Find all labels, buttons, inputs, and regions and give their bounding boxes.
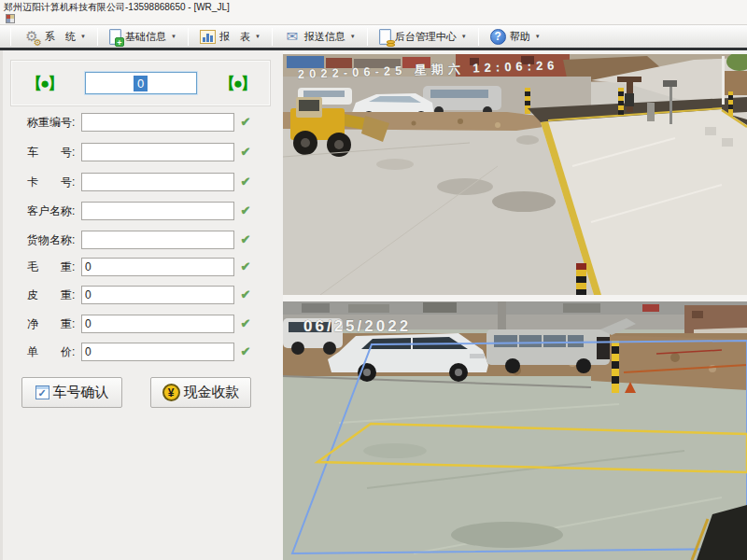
form-row-unit-price: 单 价: ✔ [3,343,286,362]
report-icon [200,30,216,44]
chevron-down-icon: ▼ [255,34,261,39]
toolbar-item-label: 基础信息 [125,30,166,44]
check-icon: ✔ [238,174,253,190]
chevron-down-icon: ▼ [350,34,356,39]
cash-payment-label: 现金收款 [184,384,240,401]
check-icon: ✔ [238,231,253,248]
toolbar-separator [97,28,98,46]
toolbar-separator [367,28,368,46]
send-info-icon: ✉ [284,29,301,44]
form-row-card-no: 卡 号: ✔ [3,173,286,192]
gross-weight-input[interactable] [81,258,234,276]
toolbar-item-label: 后台管理中心 [395,30,457,44]
form-row-vehicle-no: 车 号: ✔ [3,143,286,162]
camera-bottom-scene: 06/25/2022 [283,301,747,560]
form-row-weigh-no: 称重编号: ✔ [3,113,286,133]
toolbar-item-admin-center[interactable]: 后台管理中心 ▼ [373,26,473,48]
check-icon: ✔ [238,315,253,332]
card-no-input[interactable] [81,173,234,191]
status-indicator-left: 【●】 [26,73,62,94]
base-info-icon: + [109,29,121,45]
toolbar-item-label: 报送信息 [304,30,345,44]
unit-price-input[interactable] [81,343,234,361]
status-indicator-right: 【●】 [219,73,255,94]
form-row-gross-weight: 毛 重: ✔ [3,258,286,277]
check-icon: ✔ [238,259,253,275]
check-icon: ✔ [238,144,253,161]
checkbox-icon: ✓ [35,385,49,399]
chevron-down-icon: ▼ [80,34,86,39]
chevron-down-icon: ▼ [535,34,541,39]
weight-display-group: 【●】 0 【●】 [10,60,271,106]
camera-top-scene: 2022-06-25 星期六 12:06:26 [283,54,747,295]
menu-row [0,12,747,24]
cash-payment-button[interactable]: ¥ 现金收款 [150,377,251,408]
field-label: 毛 重: [27,258,81,277]
field-label: 客户名称: [27,202,81,221]
toolbar-item-label: 系 统 [45,30,76,44]
vehicle-no-input[interactable] [81,143,234,161]
form-row-customer: 客户名称: ✔ [3,202,286,221]
title-bar: 郑州迈阳计算机科技有限公司-13598868650 - [WR_JL] [0,0,747,12]
form-row-net-weight: 净 重: ✔ [3,315,286,334]
vehicle-confirm-label: 车号确认 [53,384,109,401]
field-label: 皮 重: [27,286,81,305]
check-icon: ✔ [238,287,253,303]
toolbar-item-label: 报 表 [219,30,250,44]
goods-name-input[interactable] [81,231,234,249]
check-icon: ✔ [238,343,253,360]
app-icon[interactable] [6,14,15,23]
toolbar-separator [188,28,189,46]
camera-bottom-timestamp: 06/25/2022 [303,317,411,335]
app-window: 郑州迈阳计算机科技有限公司-13598868650 - [WR_JL] ⚙ ⚙ … [0,0,747,560]
admin-center-icon [379,29,391,45]
field-label: 净 重: [27,315,81,334]
toolbar-item-report[interactable]: 报 表 ▼ [193,26,267,48]
vehicle-confirm-button[interactable]: ✓ 车号确认 [21,377,122,408]
tare-weight-input[interactable] [81,286,234,304]
toolbar-separator [272,28,273,46]
customer-name-input[interactable] [81,202,234,220]
camera-feed-top[interactable]: 2022-06-25 星期六 12:06:26 [283,54,747,295]
chevron-down-icon: ▼ [461,34,467,39]
toolbar-separator [478,28,479,46]
check-icon: ✔ [238,114,253,131]
weight-value: 0 [134,76,148,91]
toolbar-item-label: 帮助 [510,30,530,44]
form-row-goods: 货物名称: ✔ [3,231,286,250]
net-weight-input[interactable] [81,315,234,333]
field-label: 货物名称: [27,231,81,250]
field-label: 卡 号: [27,173,81,192]
form-row-tare-weight: 皮 重: ✔ [3,286,286,305]
chevron-down-icon: ▼ [171,34,176,39]
check-icon: ✔ [238,203,253,219]
toolbar: ⚙ ⚙ 系 统 ▼ + 基础信息 ▼ 报 表 ▼ ✉ 报送信息 [0,24,747,48]
field-label: 称重编号: [27,113,81,133]
weighing-form-panel: 【●】 0 【●】 称重编号: ✔ 车 号: ✔ 卡 号: ✔ 客户名称: ✔ [0,50,283,560]
gears-icon: ⚙ ⚙ [22,27,41,46]
help-icon: ? [490,29,506,45]
toolbar-item-send-info[interactable]: ✉ 报送信息 ▼ [277,26,362,48]
toolbar-item-help[interactable]: ? 帮助 ▼ [484,26,547,48]
weight-display-field[interactable]: 0 [85,72,197,94]
toolbar-separator [10,28,11,46]
field-label: 单 价: [27,343,81,362]
toolbar-item-system[interactable]: ⚙ ⚙ 系 统 ▼ [16,26,92,48]
yuan-coin-icon: ¥ [162,384,180,401]
toolbar-item-base-info[interactable]: + 基础信息 ▼ [103,26,183,48]
camera-feed-bottom[interactable]: 06/25/2022 [283,301,747,560]
field-label: 车 号: [27,143,81,162]
weigh-no-input[interactable] [81,113,234,132]
